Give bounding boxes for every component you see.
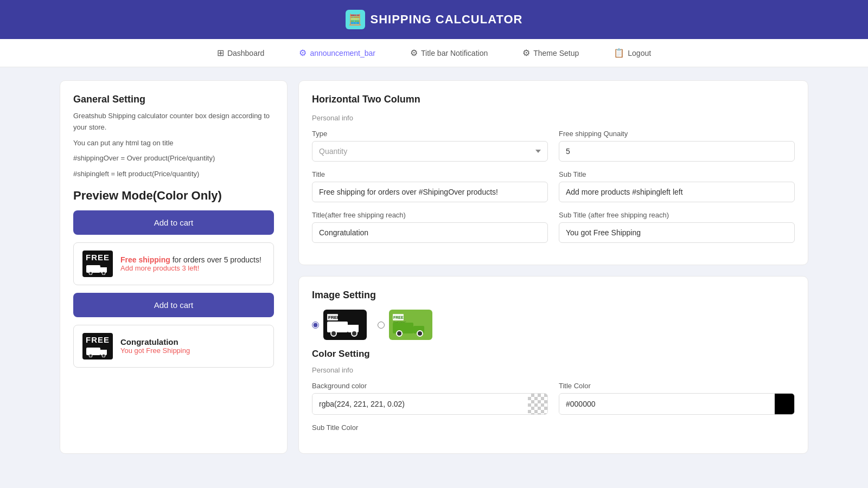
image-setting-card: Image Setting FREE <box>298 276 808 454</box>
general-setting-title: Ganeral Setting <box>73 94 274 105</box>
general-setting-desc1: Greatshub Shipping calculator counter bo… <box>73 111 274 133</box>
svg-text:FREE: FREE <box>393 316 404 319</box>
subtitle-color-empty <box>559 423 795 432</box>
type-qty-row: Type Quantity Free shipping Qunaity <box>312 130 795 162</box>
type-col: Type Quantity <box>312 130 548 162</box>
bg-color-label: Background color <box>312 382 548 390</box>
subtitle-color-label: Sub Title Color <box>312 423 548 432</box>
title-color-input[interactable] <box>559 394 775 414</box>
subtitle-color-col: Sub Title Color <box>312 423 548 432</box>
dashboard-icon: ⊞ <box>217 48 224 58</box>
free-badge: FREE <box>82 251 113 277</box>
nav: ⊞ Dashboard ⚙ announcement_bar ⚙ Title b… <box>0 39 868 67</box>
congrat-info: Congratulation You got Free Shipping <box>120 337 265 355</box>
logout-icon: 📋 <box>614 48 624 58</box>
subtitle-after-col: Sub Title (after free shipping reach) <box>559 211 795 243</box>
nav-announcement-label: announcement_bar <box>310 49 375 57</box>
bg-color-col: Background color <box>312 382 548 415</box>
svg-point-8 <box>89 354 92 357</box>
header: 🧮 Shipping Calculator <box>0 0 868 39</box>
svg-marker-2 <box>100 267 107 269</box>
free-badge-2: FREE <box>82 333 113 359</box>
title-input[interactable] <box>312 182 548 202</box>
svg-point-23 <box>417 331 423 336</box>
free-shipping-box: FREE Free shipping for orders over 5 pro… <box>73 242 274 285</box>
title-after-input[interactable] <box>312 222 548 243</box>
right-panel: Horizontal Two Column Personal info Type… <box>298 80 808 454</box>
image-options: FREE FREE <box>312 310 795 340</box>
subtitle-input[interactable] <box>559 182 795 202</box>
bg-color-input[interactable] <box>312 394 528 414</box>
title-color-swatch[interactable] <box>775 394 794 414</box>
free-shipping-info: Free shipping for orders over 5 products… <box>120 255 265 272</box>
main-content: Ganeral Setting Greatshub Shipping calcu… <box>38 67 830 467</box>
truck-icon <box>86 263 110 275</box>
subtitle-after-input[interactable] <box>559 222 795 243</box>
svg-rect-0 <box>86 265 100 273</box>
personal-info-label-1: Personal info <box>312 114 795 122</box>
congrat-sub: You got Free Shipping <box>120 346 265 355</box>
svg-point-15 <box>331 331 336 336</box>
image-preview-1: FREE <box>323 310 367 340</box>
general-setting-desc3: #shippingOver = Over product(Price/quant… <box>73 153 274 164</box>
svg-text:FREE: FREE <box>328 315 340 320</box>
image-option-2: FREE SHIPPING <box>378 310 432 340</box>
nav-theme-setup-label: Theme Setup <box>533 49 579 57</box>
subtitle-label: Sub Title <box>559 170 795 178</box>
preview-mode-title: Preview Mode(Color Only) <box>73 189 274 203</box>
color-setting-title: Color Setting <box>312 349 795 359</box>
subtitle-col: Sub Title <box>559 170 795 202</box>
theme-setup-icon: ⚙ <box>522 48 530 58</box>
title-after-label: Title(after free shipping reach) <box>312 211 548 219</box>
general-setting-desc2: You can put any html tag on title <box>73 138 274 149</box>
nav-theme-setup[interactable]: ⚙ Theme Setup <box>518 46 583 60</box>
announcement-icon: ⚙ <box>299 48 307 58</box>
nav-dashboard[interactable]: ⊞ Dashboard <box>213 46 269 60</box>
image-radio-1[interactable] <box>312 322 319 329</box>
title-after-col: Title(after free shipping reach) <box>312 211 548 243</box>
free-qty-label: Free shipping Qunaity <box>559 130 795 138</box>
image-radio-2[interactable] <box>378 322 385 329</box>
svg-point-22 <box>397 331 402 336</box>
horizontal-two-column-title: Horizontal Two Column <box>312 94 795 105</box>
truck-icon-2 <box>86 345 110 357</box>
brand-icon: 🧮 <box>346 10 365 29</box>
left-panel: Ganeral Setting Greatshub Shipping calcu… <box>60 80 288 454</box>
color-row: Background color Title Color <box>312 382 795 415</box>
nav-dashboard-label: Dashboard <box>227 49 265 57</box>
horizontal-two-column-card: Horizontal Two Column Personal info Type… <box>298 80 808 265</box>
nav-announcement-bar[interactable]: ⚙ announcement_bar <box>295 46 380 60</box>
nav-logout[interactable]: 📋 Logout <box>609 46 655 60</box>
svg-rect-12 <box>327 322 348 332</box>
image-setting-title: Image Setting <box>312 290 795 301</box>
add-to-cart-button-2[interactable]: Add to cart <box>73 293 274 317</box>
congratulation-box: FREE Congratulation You got Free Shippin… <box>73 325 274 368</box>
brand: 🧮 Shipping Calculator <box>346 10 523 29</box>
free-qty-input[interactable] <box>559 141 795 162</box>
title-label: Title <box>312 170 548 178</box>
svg-rect-5 <box>86 348 100 355</box>
svg-point-4 <box>102 272 105 275</box>
congrat-title: Congratulation <box>120 337 265 346</box>
title-color-input-wrapper <box>559 393 795 415</box>
title-subtitle-row: Title Sub Title <box>312 170 795 202</box>
add-to-cart-button-1[interactable]: Add to cart <box>73 210 274 235</box>
image-preview-2: FREE SHIPPING <box>389 310 432 340</box>
green-truck-preview: FREE SHIPPING <box>392 313 430 337</box>
subtitle-after-label: Sub Title (after free shipping reach) <box>559 211 795 219</box>
svg-point-9 <box>102 354 105 357</box>
svg-marker-7 <box>100 350 107 352</box>
free-shipping-sub: Add more products 3 left! <box>120 264 265 272</box>
type-select[interactable]: Quantity <box>312 141 548 162</box>
nav-title-bar-label: Title bar Notification <box>421 49 488 57</box>
black-truck-preview: FREE <box>326 313 364 337</box>
free-badge-text-2: FREE <box>86 335 110 344</box>
bg-color-input-wrapper <box>312 393 548 415</box>
nav-title-bar[interactable]: ⚙ Title bar Notification <box>406 46 492 60</box>
title-color-col: Title Color <box>559 382 795 415</box>
svg-rect-20 <box>393 323 413 333</box>
svg-rect-14 <box>348 325 359 329</box>
title-after-row: Title(after free shipping reach) Sub Tit… <box>312 211 795 243</box>
free-qty-col: Free shipping Qunaity <box>559 130 795 162</box>
bg-color-swatch[interactable] <box>528 394 547 414</box>
